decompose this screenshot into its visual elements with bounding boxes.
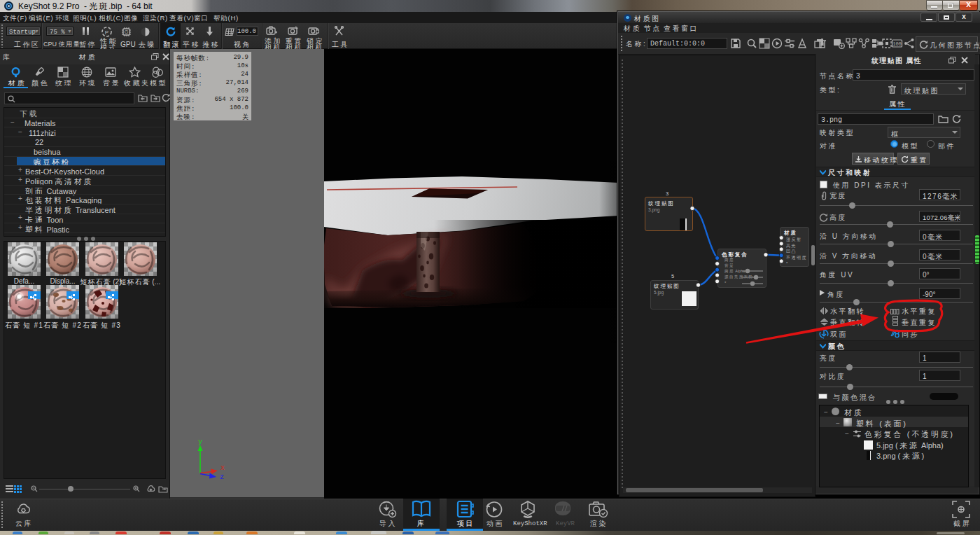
- svg-text:100: 100: [892, 41, 902, 47]
- svg-text:G: G: [125, 29, 128, 34]
- svg-text:y: y: [198, 438, 202, 446]
- svg-text:P: P: [105, 29, 108, 36]
- svg-text:x: x: [220, 464, 225, 472]
- svg-text:z: z: [220, 473, 224, 481]
